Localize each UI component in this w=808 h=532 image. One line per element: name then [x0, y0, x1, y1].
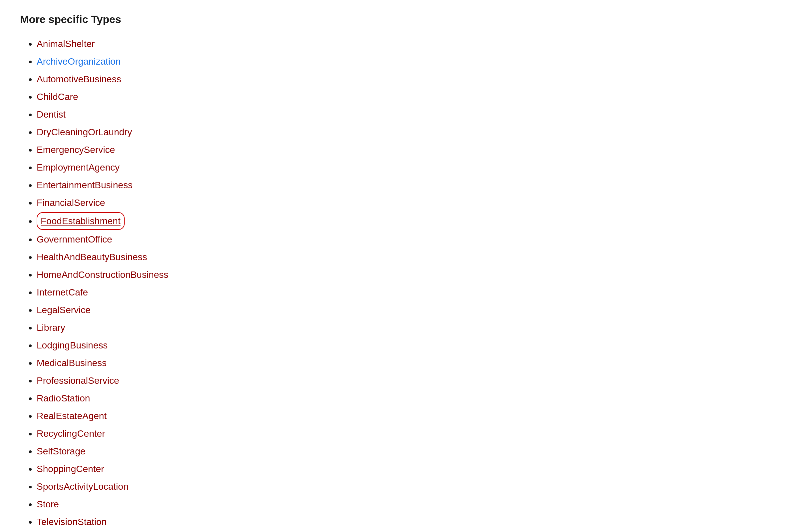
type-link[interactable]: FoodEstablishment: [37, 212, 125, 230]
list-item: FoodEstablishment: [37, 212, 788, 230]
type-link[interactable]: EntertainmentBusiness: [37, 180, 133, 190]
list-item: EmploymentAgency: [37, 159, 788, 176]
list-item: LegalService: [37, 302, 788, 318]
list-item: MedicalBusiness: [37, 355, 788, 371]
list-item: ShoppingCenter: [37, 461, 788, 477]
type-link[interactable]: InternetCafe: [37, 287, 88, 297]
list-item: Library: [37, 319, 788, 336]
list-item: Dentist: [37, 106, 788, 123]
type-link[interactable]: FinancialService: [37, 198, 105, 208]
list-item: EntertainmentBusiness: [37, 177, 788, 193]
type-link[interactable]: RadioStation: [37, 393, 90, 403]
type-link[interactable]: SelfStorage: [37, 446, 85, 456]
list-item: RealEstateAgent: [37, 408, 788, 424]
type-link[interactable]: ChildCare: [37, 92, 78, 102]
type-link[interactable]: EmergencyService: [37, 145, 115, 155]
type-link[interactable]: HealthAndBeautyBusiness: [37, 252, 147, 262]
type-link[interactable]: LodgingBusiness: [37, 340, 108, 350]
list-item: LodgingBusiness: [37, 337, 788, 353]
list-item: ChildCare: [37, 89, 788, 105]
type-link[interactable]: HomeAndConstructionBusiness: [37, 270, 168, 280]
type-link[interactable]: LegalService: [37, 305, 91, 315]
list-item: Store: [37, 496, 788, 512]
list-item: AutomotiveBusiness: [37, 71, 788, 87]
type-link[interactable]: ShoppingCenter: [37, 464, 104, 474]
list-item: HealthAndBeautyBusiness: [37, 249, 788, 265]
type-link[interactable]: TelevisionStation: [37, 517, 107, 527]
types-list: AnimalShelterArchiveOrganizationAutomoti…: [20, 36, 788, 532]
list-item: InternetCafe: [37, 284, 788, 300]
type-link[interactable]: DryCleaningOrLaundry: [37, 127, 132, 137]
type-link[interactable]: EmploymentAgency: [37, 162, 120, 172]
type-link[interactable]: Library: [37, 323, 65, 333]
list-item: DryCleaningOrLaundry: [37, 124, 788, 140]
type-link[interactable]: ProfessionalService: [37, 375, 119, 386]
type-link[interactable]: AutomotiveBusiness: [37, 74, 121, 84]
type-link[interactable]: MedicalBusiness: [37, 358, 107, 368]
list-item: EmergencyService: [37, 142, 788, 158]
list-item: ArchiveOrganization: [37, 53, 788, 70]
type-link[interactable]: RecyclingCenter: [37, 428, 105, 439]
type-link[interactable]: ArchiveOrganization: [37, 56, 121, 67]
list-item: AnimalShelter: [37, 36, 788, 52]
list-item: RadioStation: [37, 390, 788, 406]
type-link[interactable]: SportsActivityLocation: [37, 481, 128, 492]
list-item: ProfessionalService: [37, 372, 788, 389]
type-link[interactable]: GovernmentOffice: [37, 234, 112, 244]
list-item: RecyclingCenter: [37, 425, 788, 442]
list-item: FinancialService: [37, 195, 788, 211]
list-item: SportsActivityLocation: [37, 478, 788, 495]
type-link[interactable]: AnimalShelter: [37, 39, 95, 49]
list-item: TelevisionStation: [37, 514, 788, 530]
list-item: GovernmentOffice: [37, 231, 788, 247]
type-link[interactable]: RealEstateAgent: [37, 411, 107, 421]
list-item: SelfStorage: [37, 443, 788, 459]
section-title: More specific Types: [20, 13, 788, 26]
type-link[interactable]: Dentist: [37, 109, 66, 120]
list-item: HomeAndConstructionBusiness: [37, 267, 788, 283]
type-link[interactable]: Store: [37, 499, 59, 509]
